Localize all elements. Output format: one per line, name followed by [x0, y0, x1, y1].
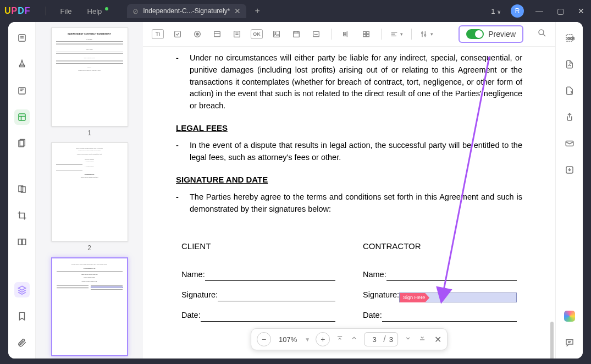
prev-page-button[interactable] [350, 334, 358, 344]
redact-tool[interactable] [14, 181, 30, 197]
align-dropdown[interactable]: ▾ [390, 27, 403, 41]
heading-signature: SIGNATURE AND DATE [176, 174, 522, 186]
help-menu[interactable]: Help [87, 7, 109, 15]
app-body: INDEPENDENT CONTRACT AGREEMENT PARTIES S… [8, 22, 583, 359]
signature-field[interactable] [218, 294, 335, 301]
sign-here-tag: Sign Here [400, 293, 429, 303]
distribute-tool[interactable] [360, 27, 373, 41]
paragraph: The Parties hereby agree to the terms an… [190, 191, 522, 216]
svg-point-41 [422, 32, 423, 34]
ocr-tool[interactable]: OCR [562, 30, 577, 46]
listbox-tool[interactable] [230, 27, 244, 41]
attachment-tool[interactable] [14, 335, 30, 350]
svg-rect-13 [22, 239, 25, 245]
date-field[interactable] [382, 314, 517, 322]
scrollbar-thumb[interactable] [550, 322, 554, 359]
organize-tool[interactable] [14, 136, 30, 151]
document-scroll[interactable]: - Under no circumstances will either par… [143, 47, 555, 359]
contractor-header: CONTRACTOR [363, 240, 517, 253]
svg-rect-28 [313, 31, 319, 36]
share-tool[interactable] [562, 109, 577, 125]
svg-rect-32 [363, 31, 366, 34]
name-field[interactable] [205, 273, 335, 281]
thumbnails-panel: INDEPENDENT CONTRACT AGREEMENT PARTIES S… [36, 22, 143, 359]
close-bar-button[interactable]: ✕ [434, 334, 441, 345]
heading-legal-fees: LEGAL FEES [176, 122, 522, 135]
form-tool[interactable] [14, 109, 30, 125]
signature-form-field[interactable]: Sign Here [399, 293, 517, 302]
save-tool[interactable] [562, 162, 577, 178]
svg-rect-24 [294, 31, 300, 37]
user-avatar[interactable]: R [511, 4, 524, 18]
history-dropdown[interactable]: 1 ∨ [491, 7, 501, 15]
svg-rect-3 [19, 65, 24, 67]
page-thumbnail-3[interactable]: Lorem ipsum dolor amet consectetur text … [51, 257, 128, 356]
date-field[interactable] [201, 314, 335, 322]
search-icon[interactable] [537, 28, 547, 40]
app-logo: UPDF [4, 6, 31, 16]
name-field[interactable] [386, 273, 517, 281]
minimize-button[interactable]: — [534, 7, 545, 15]
file-menu[interactable]: File [60, 7, 72, 15]
reader-tool[interactable] [14, 30, 30, 46]
page-thumbnail-1[interactable]: INDEPENDENT CONTRACT AGREEMENT PARTIES S… [51, 27, 128, 126]
zoom-out-button[interactable]: − [257, 332, 271, 346]
zoom-value: 107% [277, 335, 299, 344]
page-input[interactable] [369, 335, 380, 344]
svg-point-23 [275, 32, 276, 34]
signature-tool[interactable] [310, 27, 323, 41]
button-tool[interactable]: OK [250, 27, 263, 41]
form-toolbar: TI OK ▾ ▾ Preview [143, 22, 555, 47]
svg-rect-31 [344, 35, 346, 36]
crop-tool[interactable] [14, 208, 30, 223]
client-header: CLIENT [181, 240, 335, 253]
comment-tool[interactable] [562, 335, 577, 350]
titlebar: UPDF File Help ⊘ Independent-C...-Signat… [0, 0, 591, 22]
compare-tool[interactable] [14, 234, 30, 250]
document-tab[interactable]: ⊘ Independent-C...-Signaturely* ✕ [127, 4, 246, 18]
highlight-tool[interactable] [14, 57, 30, 72]
properties-tool[interactable]: ▾ [420, 27, 433, 41]
convert-tool[interactable] [562, 57, 577, 72]
thumb-number: 1 [41, 129, 137, 137]
close-button[interactable]: ✕ [576, 7, 587, 15]
right-toolbar: OCR [555, 22, 583, 359]
tab-close-button[interactable]: ✕ [234, 7, 241, 15]
radio-tool[interactable] [191, 27, 204, 41]
next-page-button[interactable] [404, 334, 412, 344]
image-tool[interactable] [270, 27, 283, 41]
svg-line-44 [543, 34, 545, 36]
svg-rect-22 [274, 31, 280, 37]
svg-rect-17 [214, 31, 220, 36]
svg-rect-5 [19, 114, 25, 120]
ai-tool[interactable] [562, 308, 577, 324]
export-tool[interactable] [562, 83, 577, 98]
date-tool[interactable] [290, 27, 303, 41]
preview-toggle[interactable] [466, 29, 484, 39]
new-tab-button[interactable]: + [255, 6, 259, 16]
preview-label: Preview [488, 30, 516, 38]
tab-title: Independent-C...-Signaturely* [143, 7, 230, 15]
zoom-dropdown[interactable]: ▼ [305, 337, 310, 343]
checkbox-tool[interactable] [171, 27, 184, 41]
svg-point-42 [424, 35, 426, 36]
document-icon: ⊘ [132, 7, 139, 15]
bullet: - [176, 52, 190, 112]
last-page-button[interactable] [418, 334, 427, 344]
svg-rect-12 [18, 239, 21, 245]
dropdown-tool[interactable] [211, 27, 224, 41]
first-page-button[interactable] [335, 334, 344, 344]
email-tool[interactable] [562, 136, 577, 151]
maximize-button[interactable]: ▢ [555, 7, 566, 15]
svg-rect-34 [363, 35, 366, 37]
svg-point-43 [539, 30, 544, 35]
zoom-in-button[interactable]: + [316, 332, 330, 346]
layers-tool[interactable] [14, 282, 30, 297]
text-field-tool[interactable]: TI [151, 27, 164, 41]
bullet: - [176, 191, 190, 216]
align-tool[interactable] [340, 27, 353, 41]
svg-text:OCR: OCR [567, 37, 575, 40]
page-thumbnail-2[interactable]: RELATIONSHIP BETWEEN THE PARTIES Lorem i… [51, 142, 128, 241]
edit-tool[interactable] [14, 83, 30, 98]
bookmark-tool[interactable] [14, 308, 30, 324]
